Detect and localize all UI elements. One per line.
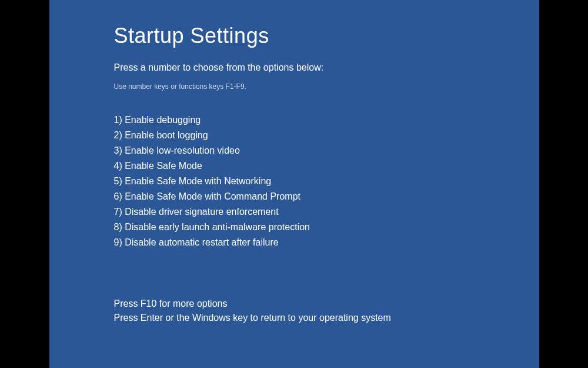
return-hint: Press Enter or the Windows key to return…: [114, 311, 539, 325]
instruction-text: Press a number to choose from the option…: [114, 62, 539, 73]
startup-settings-screen: Startup Settings Press a number to choos…: [49, 0, 539, 368]
boot-option-6[interactable]: 6) Enable Safe Mode with Command Prompt: [114, 190, 539, 204]
more-options-hint: Press F10 for more options: [114, 297, 539, 311]
boot-option-3[interactable]: 3) Enable low-resolution video: [114, 144, 539, 158]
boot-option-4[interactable]: 4) Enable Safe Mode: [114, 159, 539, 173]
boot-option-7[interactable]: 7) Disable driver signature enforcement: [114, 205, 539, 219]
boot-option-2[interactable]: 2) Enable boot logging: [114, 128, 539, 142]
boot-option-8[interactable]: 8) Disable early launch anti-malware pro…: [114, 220, 539, 234]
boot-option-9[interactable]: 9) Disable automatic restart after failu…: [114, 236, 539, 250]
boot-option-1[interactable]: 1) Enable debugging: [114, 113, 539, 127]
boot-option-5[interactable]: 5) Enable Safe Mode with Networking: [114, 174, 539, 188]
key-hint-text: Use number keys or functions keys F1-F9.: [114, 82, 539, 91]
page-title: Startup Settings: [114, 24, 539, 48]
boot-options-list: 1) Enable debugging 2) Enable boot loggi…: [114, 113, 539, 250]
